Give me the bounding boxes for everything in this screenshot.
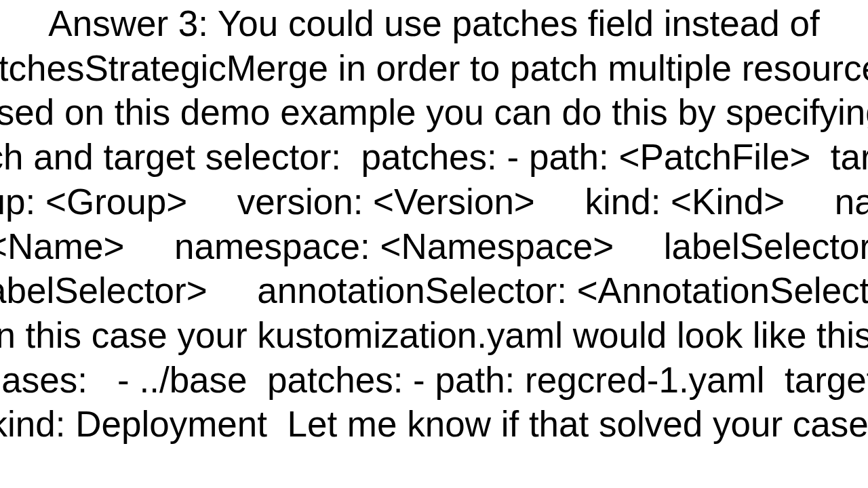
answer-text: Answer 3: You could use patches field in… bbox=[0, 1, 868, 447]
